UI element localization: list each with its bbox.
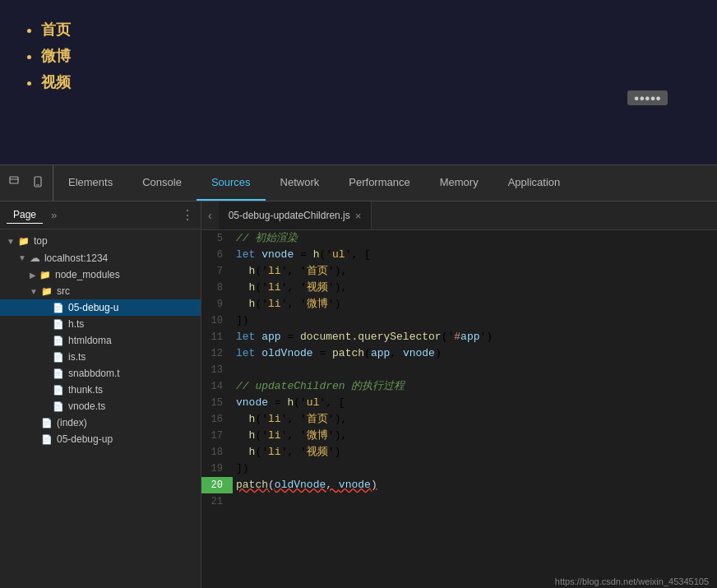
tab-application[interactable]: Application [493, 165, 576, 201]
code-line: 12let oldVnode = patch(app, vnode) [201, 345, 717, 362]
line-content: vnode = h('ul', [ [233, 395, 717, 411]
tree-item-label: 05-debug-up [57, 433, 113, 445]
code-line: 15vnode = h('ul', [ [201, 395, 717, 411]
code-line: 5// 初始渲染 [201, 230, 717, 247]
tree-item-label: (index) [57, 417, 87, 428]
line-number: 10 [201, 313, 233, 329]
code-line: 20patch(oldVnode, vnode) [201, 477, 717, 493]
line-number: 7 [201, 263, 233, 280]
tab-memory[interactable]: Memory [425, 165, 493, 201]
tree-item-label: 05-debug-u [68, 302, 118, 313]
file-panel-header: Page » ⋮ [0, 201, 201, 229]
line-number: 11 [201, 329, 233, 345]
code-line: 18 h('li', '视频') [201, 444, 717, 461]
tree-item[interactable]: 📄is.ts [0, 349, 201, 365]
preview-list: 首页 微博 视频 [25, 16, 71, 95]
line-number: 20 [201, 477, 233, 493]
code-line: 16 h('li', '首页'), [201, 411, 717, 428]
line-number: 9 [201, 296, 233, 313]
tree-item[interactable]: ▶📁node_modules [0, 266, 201, 283]
devtools-body: Page » ⋮ ▼📁top▼☁localhost:1234▶📁node_mod… [0, 201, 717, 588]
tree-item-label: htmldoma [68, 335, 112, 346]
line-number: 18 [201, 444, 233, 461]
line-number: 21 [201, 493, 233, 510]
code-line: 10]) [201, 313, 717, 329]
line-number: 16 [201, 411, 233, 428]
code-editor[interactable]: 5// 初始渲染6let vnode = h('ul', [7 h('li', … [201, 230, 717, 588]
line-number: 17 [201, 428, 233, 444]
device-icon[interactable] [30, 174, 46, 192]
file-panel: Page » ⋮ ▼📁top▼☁localhost:1234▶📁node_mod… [0, 201, 201, 588]
tree-item[interactable]: 📄h.ts [0, 316, 201, 332]
tree-item[interactable]: 📄vnode.ts [0, 398, 201, 414]
preview-badge: ●●●●● [627, 90, 668, 105]
tree-item-label: src [57, 285, 70, 297]
tree-item-label: top [34, 235, 48, 247]
tab-network[interactable]: Network [266, 165, 335, 201]
line-content: h('li', '首页'), [233, 411, 717, 428]
line-content: let app = document.querySelector('#app') [233, 329, 717, 345]
list-item-2: 微博 [41, 43, 71, 69]
cursor-icon[interactable] [7, 174, 23, 192]
preview-area: 首页 微博 视频 ●●●●● [0, 0, 717, 164]
line-content: h('li', '视频') [233, 444, 717, 461]
line-content: h('li', '视频'), [233, 280, 717, 296]
tree-item[interactable]: 📄(index) [0, 414, 201, 431]
code-tab-filename: 05-debug-updateChildren.js [229, 210, 350, 221]
svg-rect-0 [10, 177, 18, 183]
line-content: ]) [233, 313, 717, 329]
status-bar: https://blog.csdn.net/weixin_45345105 [547, 575, 717, 588]
file-panel-menu-icon[interactable]: ⋮ [181, 207, 194, 223]
line-number: 12 [201, 345, 233, 362]
tab-sources[interactable]: Sources [197, 165, 266, 201]
code-line: 9 h('li', '微博') [201, 296, 717, 313]
tree-item[interactable]: 📄thunk.ts [0, 382, 201, 398]
code-tab-nav-back[interactable]: ‹ [201, 201, 219, 229]
line-content: // 初始渲染 [233, 230, 717, 247]
tree-item-label: snabbdom.t [68, 368, 120, 379]
tree-item[interactable]: 📄05-debug-u [0, 299, 201, 316]
tab-performance[interactable]: Performance [334, 165, 424, 201]
tab-console[interactable]: Console [127, 165, 197, 201]
line-content: h('li', '首页'), [233, 263, 717, 280]
tree-item[interactable]: ▼☁localhost:1234 [0, 249, 201, 266]
list-item-1: 首页 [41, 16, 71, 43]
line-number: 15 [201, 395, 233, 411]
tree-item-label: localhost:1234 [44, 252, 108, 264]
code-line: 17 h('li', '微博'), [201, 428, 717, 444]
line-content: let vnode = h('ul', [ [233, 247, 717, 263]
line-content: ]) [233, 461, 717, 477]
close-tab-button[interactable]: × [355, 210, 362, 222]
tree-item[interactable]: 📄05-debug-up [0, 431, 201, 447]
code-tabs: ‹ 05-debug-updateChildren.js × [201, 201, 717, 230]
file-panel-tab-page[interactable]: Page [7, 206, 43, 224]
file-tree: ▼📁top▼☁localhost:1234▶📁node_modules▼📁src… [0, 229, 201, 588]
tab-elements[interactable]: Elements [53, 165, 127, 201]
tree-item-label: h.ts [68, 318, 84, 330]
tree-item[interactable]: ▼📁top [0, 233, 201, 249]
line-content: let oldVnode = patch(app, vnode) [233, 345, 717, 362]
line-number: 6 [201, 247, 233, 263]
more-tabs-button[interactable]: » [48, 207, 60, 223]
line-content: h('li', '微博') [233, 296, 717, 313]
code-line: 8 h('li', '视频'), [201, 280, 717, 296]
devtools-icon-group [0, 165, 53, 201]
tree-item-label: thunk.ts [68, 384, 103, 396]
code-line: 14// updateChildren 的执行过程 [201, 378, 717, 395]
tree-item[interactable]: 📄snabbdom.t [0, 365, 201, 382]
code-line: 11let app = document.querySelector('#app… [201, 329, 717, 345]
code-line: 19]) [201, 461, 717, 477]
line-content: h('li', '微博'), [233, 428, 717, 444]
list-item-3: 视频 [41, 69, 71, 95]
line-number: 19 [201, 461, 233, 477]
line-content: patch(oldVnode, vnode) [233, 477, 717, 493]
line-number: 5 [201, 230, 233, 247]
line-number: 13 [201, 362, 233, 378]
tree-item[interactable]: ▼📁src [0, 283, 201, 299]
tree-item[interactable]: 📄htmldoma [0, 332, 201, 349]
devtools-tabs: Elements Console Sources Network Perform… [53, 165, 717, 201]
tree-item-label: is.ts [68, 351, 86, 363]
devtools-toolbar: Elements Console Sources Network Perform… [0, 164, 717, 201]
code-tab-file[interactable]: 05-debug-updateChildren.js × [219, 201, 372, 229]
tree-item-label: vnode.ts [68, 400, 105, 412]
